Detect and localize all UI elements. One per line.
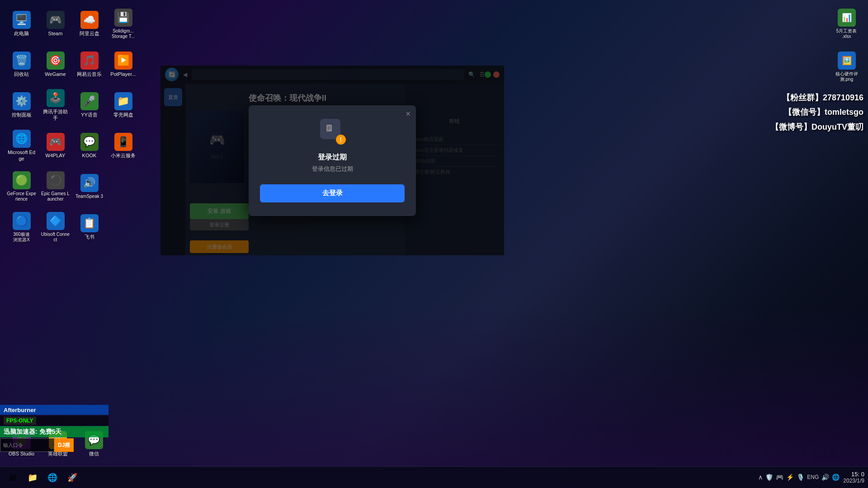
expand-tray-icon[interactable]: ∧ xyxy=(758,474,763,481)
icon-ubisoft[interactable]: 🔷 Ubisoft Connect xyxy=(38,208,72,246)
icon-png-file[interactable]: 🖼️ 核心硬件评测.png xyxy=(830,47,863,86)
icon-teamspeak[interactable]: 🔊 TeamSpeak 3 xyxy=(72,167,106,206)
password-input[interactable]: 输入口令 xyxy=(0,438,54,452)
biubiu-tray-icon[interactable]: ⚡ xyxy=(786,474,794,481)
social-fan-group: 【粉丝群】278710916 xyxy=(771,90,863,105)
icon-control-panel[interactable]: ⚙️ 控制面板 xyxy=(5,86,38,124)
biubiu-button[interactable]: 🚀 xyxy=(63,469,81,487)
clock-time: 15: 0 xyxy=(843,471,864,478)
modal-login-btn[interactable]: 去登录 xyxy=(260,184,405,202)
icon-yy-voice[interactable]: 🎤 YY语音 xyxy=(72,86,106,124)
biubiu-icon: 🚀 xyxy=(67,473,77,483)
icon-kook[interactable]: 💬 KOOK xyxy=(72,127,106,165)
network-icon[interactable]: 🌐 xyxy=(832,474,840,481)
icon-potplayer[interactable]: ▶️ PotPlayer... xyxy=(106,45,140,84)
stream-overlay: Afterburner FPS-ONLY 迅脑加速器: 免费5天 输入口令 DJ… xyxy=(0,405,108,452)
icon-tencent-games[interactable]: 🕹️ 腾讯手游助手 xyxy=(38,86,72,124)
taskbar-left: ⊞ 📁 🌐 🚀 xyxy=(4,469,81,487)
taskbar-right: ∧ 🛡️ 🎮 ⚡ 🎙️ ENG 🔊 🌐 15: 0 2023/1/9 xyxy=(758,471,864,484)
steam-tray-icon[interactable]: 🎮 xyxy=(776,474,783,481)
explorer-button[interactable]: 📁 xyxy=(24,469,42,487)
social-weibo: 【微博号】DouyuTV董叨 xyxy=(771,120,863,134)
icon-netease-music[interactable]: 🎵 网易云音乐 xyxy=(72,45,106,84)
volume-icon[interactable]: 🔊 xyxy=(821,474,829,481)
modal-close-btn[interactable]: × xyxy=(406,110,410,118)
icon-microsoft-edge[interactable]: 🌐 Microsoft Edge xyxy=(5,127,38,165)
icon-xiaomi-service[interactable]: 📱 小米云服务 xyxy=(106,127,140,165)
start-icon: ⊞ xyxy=(9,473,16,483)
icon-360-tools[interactable]: 🔵 360极速浏览器X xyxy=(5,208,38,246)
lang-switch[interactable]: ENG xyxy=(807,474,819,480)
clock-date: 2023/1/9 xyxy=(843,478,864,484)
icon-steam[interactable]: 🎮 Steam xyxy=(38,5,72,43)
taskbar: ⊞ 📁 🌐 🚀 ∧ 🛡️ 🎮 ⚡ 🎙️ ENG 🔊 🌐 xyxy=(0,466,868,488)
social-info-panel: 【粉丝群】278710916 【微信号】tomletsgo 【微博号】Douyu… xyxy=(771,90,863,134)
social-wechat: 【微信号】tomletsgo xyxy=(771,105,863,119)
modal-warning-badge: ! xyxy=(336,135,346,145)
icon-feishu[interactable]: 📋 飞书 xyxy=(72,208,106,246)
password-placeholder: 输入口令 xyxy=(0,442,23,449)
browser-button[interactable]: 🌐 xyxy=(43,469,61,487)
dj-badge: DJ摇 xyxy=(54,438,74,452)
icon-w4play[interactable]: 🎮 W4PLAY xyxy=(38,127,72,165)
taskbar-sys-icons: ∧ 🛡️ 🎮 ⚡ 🎙️ ENG 🔊 🌐 xyxy=(758,474,840,481)
svg-rect-1 xyxy=(327,127,331,127)
taskbar-clock[interactable]: 15: 0 2023/1/9 xyxy=(843,471,864,484)
svg-rect-3 xyxy=(327,129,330,130)
icon-alibaba-cloud[interactable]: ☁️ 阿里云盘 xyxy=(72,5,106,43)
icon-wegame[interactable]: 🎯 WeGame xyxy=(38,45,72,84)
icon-recycle-bin[interactable]: 🗑️ 回收站 xyxy=(5,45,38,84)
desktop-icons-right: 📊 5月工资表.xlsx 🖼️ 核心硬件评测.png xyxy=(830,5,863,86)
icon-solidgm[interactable]: 💾 Solidigm...Storage T... xyxy=(106,5,140,43)
desktop: 🖥️ 此电脑 🎮 Steam ☁️ 阿里云盘 💾 Solidigm...Stor… xyxy=(0,0,868,488)
password-row: 输入口令 DJ摇 xyxy=(0,438,108,452)
icon-geforce[interactable]: 🟢 GeForce Experience xyxy=(5,167,38,206)
icon-epic-games[interactable]: ⚫ Epic Games Launcher xyxy=(38,167,72,206)
icon-excel-file[interactable]: 📊 5月工资表.xlsx xyxy=(830,5,863,43)
modal-icon-wrapper: ! xyxy=(260,119,405,144)
explorer-icon: 📁 xyxy=(28,473,38,483)
icon-zeroshell[interactable]: 📁 零壳网盘 xyxy=(106,86,140,124)
modal-icon: ! xyxy=(320,119,345,144)
start-button[interactable]: ⊞ xyxy=(4,469,22,487)
browser-icon: 🌐 xyxy=(47,473,57,483)
fps-badge: FPS-ONLY xyxy=(4,417,36,425)
mic-icon[interactable]: 🎙️ xyxy=(797,474,804,481)
modal-dialog: × ! 登录过期 登录信息已 xyxy=(249,105,416,216)
icon-this-pc[interactable]: 🖥️ 此电脑 xyxy=(5,5,38,43)
svg-rect-2 xyxy=(327,128,331,129)
modal-subtitle: 登录信息已过期 xyxy=(260,165,405,173)
antivirus-icon[interactable]: 🛡️ xyxy=(765,474,773,481)
desktop-icons-grid: 🖥️ 此电脑 🎮 Steam ☁️ 阿里云盘 💾 Solidigm...Stor… xyxy=(5,5,140,371)
modal-title: 登录过期 xyxy=(260,153,405,162)
accelerator-text: 迅脑加速器: 免费5天 xyxy=(4,428,61,435)
modal-overlay: × ! 登录过期 登录信息已 xyxy=(160,66,504,255)
